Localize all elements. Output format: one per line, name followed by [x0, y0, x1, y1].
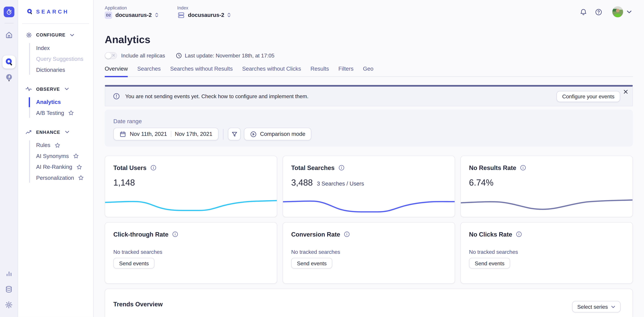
favorite-star-icon[interactable]	[78, 175, 84, 181]
date-range-end: Nov 17th, 2021	[175, 131, 212, 137]
sidebar-item-ab-testing[interactable]: A/B Testing	[18, 108, 93, 118]
info-icon[interactable]	[150, 164, 156, 171]
active-indicator	[29, 97, 30, 107]
logo-text: SEARCH	[36, 8, 69, 15]
sidebar-item-label: AI Re-Ranking	[36, 164, 72, 170]
bell-icon[interactable]	[580, 8, 587, 16]
play-circle-icon	[250, 131, 257, 138]
controls-divider	[223, 129, 224, 140]
kpi-card-conversion-rate: Conversion Rate No tracked searches Send…	[282, 222, 455, 284]
sidebar-section-header-configure[interactable]: CONFIGURE	[18, 29, 93, 41]
sidebar-item-label: Analytics	[36, 99, 61, 105]
tab-searches[interactable]: Searches	[137, 66, 161, 76]
pulse-icon	[26, 86, 32, 92]
kpi-card-total-searches: Total Searches 3,488 3 Searches / Users	[282, 156, 455, 217]
info-icon[interactable]	[520, 164, 526, 171]
configure-events-button[interactable]: Configure your events	[556, 91, 620, 102]
app-viewport: SEARCH CONFIGURE	[0, 0, 644, 317]
sidebar-item-rules[interactable]: Rules	[18, 140, 93, 150]
favorite-star-icon[interactable]	[68, 110, 74, 116]
sidebar-section-header-observe[interactable]: OBSERVE	[18, 83, 93, 95]
sidebar-item-label: Dictionaries	[36, 67, 65, 73]
kpi-empty-text: No tracked searches	[291, 249, 446, 255]
select-series-button[interactable]: Select series	[572, 301, 621, 312]
kpi-empty-text: No tracked searches	[114, 249, 268, 255]
application-label: Application	[105, 5, 158, 10]
last-update: Last update: November 18th, at 17:05	[176, 52, 274, 58]
index-selector-group: Index docusaurus-2	[177, 5, 231, 18]
application-selector-group: Application D2 docusaurus-2	[105, 5, 158, 18]
favorite-star-icon[interactable]	[73, 153, 78, 159]
sort-chevrons-icon	[227, 12, 231, 18]
send-events-button[interactable]: Send events	[469, 258, 510, 268]
kpi-card-click-through-rate: Click-through Rate No tracked searches S…	[105, 222, 278, 284]
send-events-button[interactable]: Send events	[114, 258, 155, 268]
kpi-title: No Clicks Rate	[469, 231, 512, 238]
kpi-value: 1,148	[114, 178, 135, 188]
toggle-off-x-icon	[112, 53, 116, 57]
help-icon[interactable]	[595, 8, 602, 16]
sidebar-item-dictionaries[interactable]: Dictionaries	[18, 64, 93, 75]
kpi-card-no-results-rate: No Results Rate 6.74%	[460, 156, 633, 217]
sidebar-item-ai-re-ranking[interactable]: AI Re-Ranking	[18, 162, 93, 172]
sidebar-item-analytics[interactable]: Analytics	[18, 97, 93, 108]
tab-searches-without-results[interactable]: Searches without Results	[170, 66, 233, 76]
search-product-icon[interactable]	[2, 56, 16, 68]
rail-divider	[4, 23, 13, 23]
application-selector[interactable]: D2 docusaurus-2	[105, 11, 158, 19]
gear-icon[interactable]	[2, 298, 16, 311]
trends-title: Trends Overview	[114, 300, 163, 308]
kpi-title: No Results Rate	[469, 164, 516, 171]
index-selector[interactable]: docusaurus-2	[177, 11, 231, 19]
comparison-mode-button[interactable]: Comparison mode	[244, 128, 312, 140]
banner-message: You are not sending events yet. Check ho…	[125, 93, 308, 99]
kpi-title: Click-through Rate	[114, 231, 168, 238]
sidebar-item-label: Query Suggestions	[36, 56, 83, 62]
info-icon[interactable]	[516, 231, 522, 237]
main-area: Application D2 docusaurus-2 Index	[94, 0, 644, 317]
search-logo[interactable]: SEARCH	[18, 0, 93, 23]
favorite-star-icon[interactable]	[76, 164, 82, 170]
sidebar-item-personalization[interactable]: Personalization	[18, 172, 93, 183]
send-events-button[interactable]: Send events	[291, 258, 332, 268]
sidebar-item-ai-synonyms[interactable]: AI Synonyms	[18, 151, 93, 162]
date-range-picker[interactable]: Nov 11th, 2021 Nov 17th, 2021	[114, 128, 218, 140]
database-icon[interactable]	[2, 282, 16, 296]
kpi-title: Total Searches	[291, 164, 335, 171]
bar-chart-icon[interactable]	[2, 267, 16, 280]
sidebar-nav: CONFIGURE Index Query Suggestions Dictio…	[18, 24, 93, 184]
sidebar-section-header-enhance[interactable]: ENHANCE	[18, 126, 93, 138]
tab-results[interactable]: Results	[310, 66, 329, 76]
timer-icon[interactable]	[4, 6, 14, 17]
home-icon[interactable]	[2, 28, 16, 42]
include-replicas-toggle[interactable]	[105, 52, 117, 59]
chevron-down-icon[interactable]	[627, 10, 632, 14]
recommend-icon[interactable]	[2, 71, 16, 84]
sparkline-total-users	[105, 196, 278, 214]
kpi-card-total-users: Total Users 1,148	[105, 156, 278, 217]
info-icon[interactable]	[338, 164, 344, 171]
date-range-start: Nov 11th, 2021	[130, 131, 167, 137]
sparkline-total-searches	[282, 196, 455, 214]
date-range-label: Date range	[114, 118, 624, 124]
chevron-down-icon	[65, 130, 69, 134]
sidebar-item-index[interactable]: Index	[18, 43, 93, 54]
sidebar-section-observe: OBSERVE Analytics A/B Testing	[18, 83, 93, 119]
magnifier-logo-icon	[26, 8, 33, 15]
info-icon[interactable]	[172, 231, 178, 237]
tab-searches-without-clicks[interactable]: Searches without Clicks	[242, 66, 301, 76]
avatar[interactable]	[612, 6, 623, 17]
sidebar-item-query-suggestions[interactable]: Query Suggestions	[18, 54, 93, 64]
tab-overview[interactable]: Overview	[105, 66, 128, 77]
events-notice-banner: You are not sending events yet. Check ho…	[105, 85, 633, 106]
filter-funnel-icon[interactable]	[228, 128, 241, 140]
topbar: Application D2 docusaurus-2 Index	[94, 0, 644, 24]
info-icon[interactable]	[344, 231, 350, 237]
tab-filters[interactable]: Filters	[338, 66, 354, 76]
trend-up-icon	[26, 129, 32, 135]
close-icon[interactable]	[624, 90, 628, 94]
tab-geo[interactable]: Geo	[363, 66, 374, 76]
clock-icon	[176, 52, 182, 58]
favorite-star-icon[interactable]	[54, 142, 60, 148]
kpi-value: 3,488	[291, 178, 313, 188]
